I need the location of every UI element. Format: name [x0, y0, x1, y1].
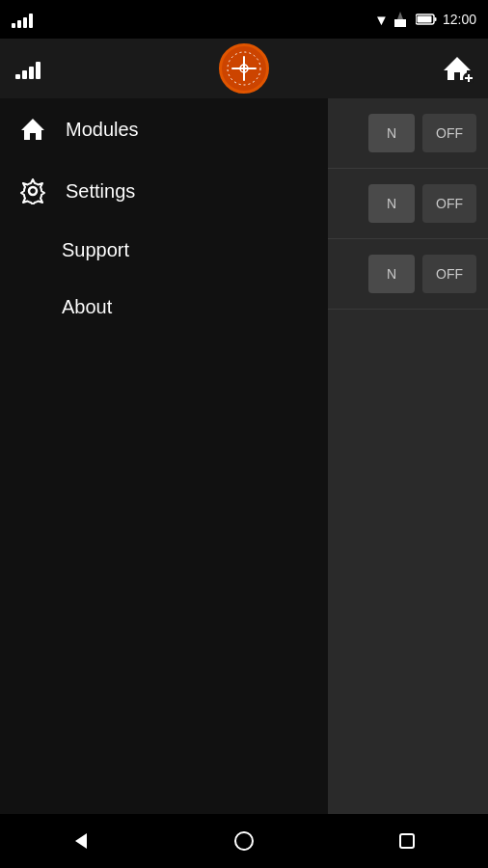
svg-marker-14	[21, 119, 44, 140]
back-icon	[71, 831, 91, 851]
module-2-on-button[interactable]: N	[368, 184, 415, 223]
app-logo	[219, 43, 269, 94]
drawer-item-modules[interactable]: Modules	[0, 98, 328, 160]
h-bar-2	[22, 70, 27, 79]
status-icons: ▼ 12:00	[374, 12, 476, 28]
h-bar-3	[29, 67, 34, 79]
main-area: N OFF N OFF N OFF Modules	[0, 98, 488, 814]
module-row-3: N OFF	[328, 239, 488, 310]
recents-button[interactable]	[393, 827, 420, 854]
svg-point-17	[235, 832, 253, 850]
svg-rect-5	[417, 16, 431, 23]
drawer-item-settings[interactable]: Settings	[0, 160, 328, 222]
svg-marker-16	[75, 833, 87, 849]
nav-home-icon	[233, 830, 255, 852]
back-button[interactable]	[68, 827, 95, 854]
plus-badge-icon	[463, 72, 474, 84]
wifi-icon: ▼	[374, 12, 389, 28]
time-display: 12:00	[443, 12, 476, 27]
header-signal-bars	[15, 58, 41, 79]
module-1-on-button[interactable]: N	[368, 114, 415, 152]
nav-home-button[interactable]	[230, 827, 258, 854]
mobile-signal-icon	[394, 12, 410, 27]
svg-rect-4	[434, 17, 436, 21]
module-3-on-button[interactable]: N	[368, 255, 415, 293]
signal-bar-4	[29, 14, 33, 28]
drawer-item-support[interactable]: Support	[0, 222, 328, 279]
battery-icon	[416, 14, 437, 25]
signal-bar-3	[23, 17, 27, 28]
status-bar-left	[12, 11, 33, 28]
navigation-drawer: Modules Settings Support About	[0, 98, 328, 814]
settings-label: Settings	[66, 180, 135, 203]
module-3-off-button[interactable]: OFF	[422, 255, 476, 293]
recents-icon	[397, 831, 417, 851]
right-panel: N OFF N OFF N OFF	[328, 98, 488, 814]
drawer-item-about[interactable]: About	[0, 279, 328, 336]
modules-label: Modules	[66, 119, 139, 141]
signal-bar-2	[17, 20, 21, 28]
signal-bar-1	[12, 23, 15, 28]
support-label: Support	[62, 239, 129, 261]
home-button[interactable]	[442, 53, 473, 84]
h-bar-1	[15, 74, 20, 79]
logo-svg	[226, 50, 262, 87]
app-header	[0, 39, 488, 98]
svg-rect-2	[394, 19, 406, 27]
module-2-off-button[interactable]: OFF	[422, 184, 476, 223]
svg-rect-8	[231, 68, 257, 69]
module-1-off-button[interactable]: OFF	[422, 114, 476, 152]
svg-rect-18	[400, 834, 414, 848]
settings-gear-icon	[19, 177, 46, 204]
svg-point-15	[29, 187, 37, 195]
about-label: About	[62, 296, 112, 318]
svg-rect-13	[465, 77, 473, 79]
signal-bars-status	[12, 11, 33, 28]
modules-home-icon	[19, 116, 46, 143]
status-bar: ▼ 12:00	[0, 0, 488, 39]
module-row-1: N OFF	[328, 98, 488, 169]
h-bar-4	[36, 62, 41, 79]
module-row-2: N OFF	[328, 169, 488, 239]
bottom-nav-bar	[0, 814, 488, 868]
